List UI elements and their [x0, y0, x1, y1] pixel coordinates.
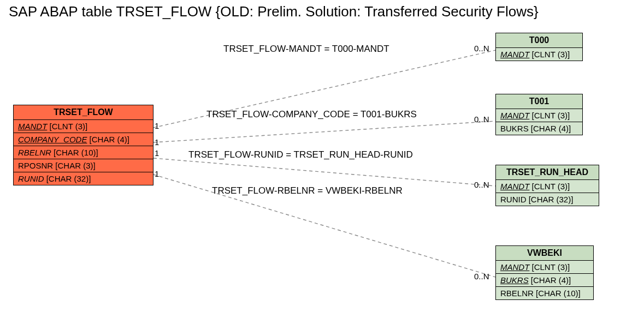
relation-label: TRSET_FLOW-COMPANY_CODE = T001-BUKRS [206, 109, 417, 120]
field-name: MANDT [18, 122, 47, 131]
field-type: [CHAR (4)] [531, 124, 571, 133]
entity-t000: T000 MANDT [CLNT (3)] [495, 33, 583, 61]
cardinality-left: 1 [155, 121, 159, 130]
field-type: [CLNT (3)] [532, 50, 570, 59]
field-name: RBELNR [18, 148, 51, 157]
field-row: RBELNR [CHAR (10)] [14, 146, 153, 159]
field-row: MANDT [CLNT (3)] [496, 261, 593, 274]
field-row: MANDT [CLNT (3)] [496, 109, 582, 122]
entity-trset-run-head: TRSET_RUN_HEAD MANDT [CLNT (3)] RUNID [C… [495, 165, 599, 206]
cardinality-left: 1 [155, 148, 159, 158]
svg-line-2 [153, 158, 495, 186]
field-type: [CHAR (4)] [531, 275, 571, 285]
relation-label: TRSET_FLOW-MANDT = T000-MANDT [223, 44, 389, 55]
field-row: RPOSNR [CHAR (3)] [14, 159, 153, 172]
field-type: [CHAR (32)] [529, 195, 574, 204]
field-name: BUKRS [500, 124, 529, 133]
entity-header: TRSET_RUN_HEAD [496, 165, 599, 180]
entity-vwbeki: VWBEKI MANDT [CLNT (3)] BUKRS [CHAR (4)]… [495, 245, 594, 300]
page-title: SAP ABAP table TRSET_FLOW {OLD: Prelim. … [9, 3, 539, 20]
field-row: RBELNR [CHAR (10)] [496, 287, 593, 299]
field-name: RBELNR [500, 289, 534, 298]
field-row: MANDT [CLNT (3)] [496, 180, 599, 193]
entity-header: T000 [496, 33, 582, 48]
relation-label: TRSET_FLOW-RUNID = TRSET_RUN_HEAD-RUNID [188, 149, 413, 160]
field-name: COMPANY_CODE [18, 135, 87, 144]
field-row: BUKRS [CHAR (4)] [496, 274, 593, 287]
field-name: RUNID [18, 174, 44, 183]
entity-t001: T001 MANDT [CLNT (3)] BUKRS [CHAR (4)] [495, 94, 583, 135]
field-type: [CHAR (10)] [54, 148, 98, 157]
entity-trset-flow: TRSET_FLOW MANDT [CLNT (3)] COMPANY_CODE… [13, 105, 153, 185]
field-type: [CLNT (3)] [532, 262, 570, 272]
field-name: RPOSNR [18, 161, 53, 170]
cardinality-right: 0..N [474, 180, 489, 189]
field-name: MANDT [500, 262, 529, 272]
field-row: BUKRS [CHAR (4)] [496, 122, 582, 135]
field-row: COMPANY_CODE [CHAR (4)] [14, 133, 153, 146]
field-name: MANDT [500, 50, 529, 59]
entity-header: TRSET_FLOW [14, 105, 153, 120]
cardinality-left: 1 [155, 169, 159, 178]
cardinality-right: 0..N [474, 44, 489, 53]
field-row: RUNID [CHAR (32)] [14, 172, 153, 185]
field-name: BUKRS [500, 275, 529, 285]
field-name: MANDT [500, 182, 529, 191]
field-type: [CLNT (3)] [532, 182, 570, 191]
svg-line-1 [153, 121, 495, 142]
cardinality-left: 1 [155, 137, 159, 147]
field-row: MANDT [CLNT (3)] [14, 120, 153, 133]
field-row: MANDT [CLNT (3)] [496, 48, 582, 61]
entity-header: VWBEKI [496, 246, 593, 261]
field-type: [CHAR (10)] [536, 289, 581, 298]
cardinality-right: 0..N [474, 115, 489, 124]
field-type: [CHAR (4)] [90, 135, 129, 144]
field-type: [CLNT (3)] [50, 122, 88, 131]
relation-label: TRSET_FLOW-RBELNR = VWBEKI-RBELNR [212, 185, 403, 196]
field-row: RUNID [CHAR (32)] [496, 193, 599, 206]
field-name: RUNID [500, 195, 527, 204]
field-type: [CHAR (3)] [55, 161, 95, 170]
field-name: MANDT [500, 111, 529, 120]
entity-header: T001 [496, 94, 582, 109]
field-type: [CLNT (3)] [532, 111, 570, 120]
field-type: [CHAR (32)] [46, 174, 91, 183]
cardinality-right: 0..N [474, 272, 489, 281]
